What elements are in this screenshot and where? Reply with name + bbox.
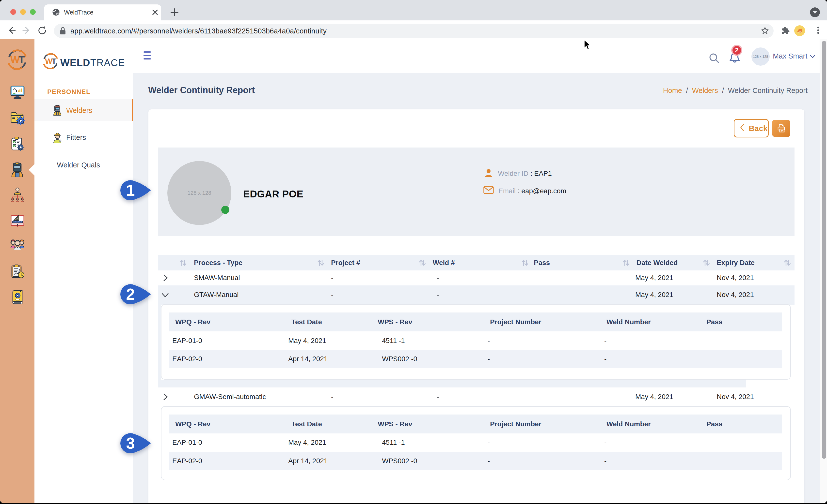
svg-text:T: T [52, 57, 56, 66]
svg-text:3: 3 [126, 435, 135, 452]
svg-text:1: 1 [126, 181, 135, 199]
svg-text:W: W [10, 54, 20, 65]
svg-text:W: W [45, 57, 52, 66]
svg-text:T: T [19, 54, 25, 65]
svg-text:2: 2 [126, 285, 135, 303]
